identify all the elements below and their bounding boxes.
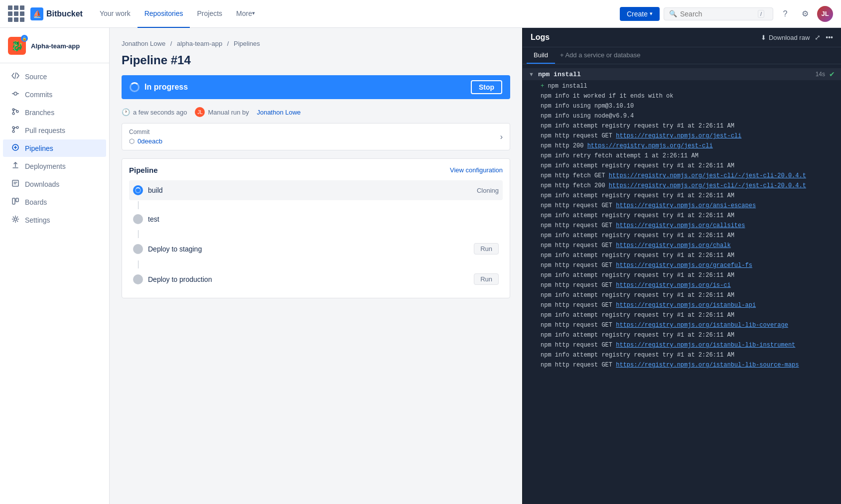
- commit-label: Commit: [129, 128, 162, 135]
- log-line: npm http request GET https://registry.np…: [523, 360, 841, 370]
- create-button[interactable]: Create: [620, 7, 660, 21]
- commit-box: Commit ⬡ 0deeacb ›: [122, 123, 510, 150]
- settings-button[interactable]: ⚙: [797, 6, 813, 22]
- downloads-icon: [11, 179, 20, 189]
- log-link[interactable]: https://registry.npmjs.org/graceful-fs: [616, 262, 752, 269]
- status-banner-left: In progress: [130, 82, 188, 92]
- sidebar-item-label-branches: Branches: [25, 109, 54, 117]
- breadcrumb-user[interactable]: Jonathon Lowe: [122, 40, 165, 47]
- logs-tab-build[interactable]: Build: [527, 47, 555, 64]
- log-line: npm http fetch 200 https://registry.npmj…: [523, 181, 841, 191]
- meta-run-by: JL Manual run by Jonathon Lowe: [195, 107, 300, 117]
- logs-download-button[interactable]: ⬇ Download raw: [761, 34, 810, 41]
- stop-button[interactable]: Stop: [471, 80, 502, 94]
- boards-icon: [11, 197, 20, 207]
- log-link[interactable]: https://registry.npmjs.org/ansi-escapes: [616, 202, 756, 209]
- user-avatar[interactable]: JL: [817, 6, 833, 22]
- pipeline-step-icon-test: [133, 214, 143, 224]
- sidebar-item-settings[interactable]: Settings: [3, 211, 106, 229]
- log-line: npm info it worked if it ends with ok: [523, 91, 841, 101]
- search-shortcut: /: [758, 10, 764, 18]
- log-line: npm http request GET https://registry.np…: [523, 320, 841, 330]
- pipeline-step-run-button-staging[interactable]: Run: [474, 243, 499, 254]
- pipeline-step-name-staging: Deploy to staging: [148, 245, 469, 253]
- pipeline-step-name-build: build: [148, 186, 472, 194]
- log-line: npm info attempt registry request try #1…: [523, 191, 841, 201]
- logs-tabs: Build + Add a service or database: [523, 47, 841, 64]
- sidebar-item-pipelines[interactable]: Pipelines: [3, 139, 106, 157]
- repositories-link[interactable]: Repositories: [138, 0, 190, 28]
- commit-hash-link[interactable]: 0deeacb: [138, 137, 162, 145]
- log-link[interactable]: https://registry.npmjs.org/istanbul-lib-…: [616, 322, 788, 329]
- page-title: Pipeline #14: [122, 53, 510, 67]
- log-line: npm info attempt registry request try #1…: [523, 211, 841, 221]
- log-section-name: npm install: [538, 71, 816, 78]
- log-link[interactable]: https://registry.npmjs.org/jest-cli/-/je…: [609, 172, 806, 179]
- topnav-links: Your work Repositories Projects More: [93, 0, 612, 28]
- settings-icon: [11, 215, 20, 225]
- bitbucket-logo-icon: ⛵: [30, 7, 43, 20]
- view-config-link[interactable]: View configuration: [450, 166, 503, 174]
- commit-info: Commit ⬡ 0deeacb: [129, 128, 162, 145]
- sidebar-item-label-settings: Settings: [25, 216, 50, 224]
- log-line: npm http 200 https://registry.npmjs.org/…: [523, 141, 841, 151]
- pipeline-section: Pipeline View configuration buildCloning…: [122, 158, 510, 298]
- pipeline-step-icon-build: [133, 185, 143, 195]
- log-link[interactable]: https://registry.npmjs.org/istanbul-lib-…: [616, 342, 795, 349]
- pipeline-step-staging: Deploy to stagingRun: [129, 238, 503, 259]
- log-line: npm info using node@v6.9.4: [523, 111, 841, 121]
- log-section-header[interactable]: ▼ npm install 14s ✔: [523, 68, 841, 80]
- log-line: npm info attempt registry request try #1…: [523, 290, 841, 300]
- log-link[interactable]: https://registry.npmjs.org/jest-cli: [616, 132, 741, 139]
- pipeline-steps: buildCloningtestDeploy to stagingRunDepl…: [129, 180, 503, 290]
- pipeline-step-icon-production: [133, 274, 143, 284]
- log-line: npm info attempt registry request try #1…: [523, 330, 841, 340]
- projects-link[interactable]: Projects: [190, 0, 229, 28]
- pipeline-step-build: buildCloning: [129, 180, 503, 200]
- logs-add-service[interactable]: + Add a service or database: [555, 47, 646, 64]
- sidebar-item-boards[interactable]: Boards: [3, 193, 106, 211]
- your-work-link[interactable]: Your work: [93, 0, 138, 28]
- run-by-avatar: JL: [195, 107, 205, 117]
- help-button[interactable]: ?: [777, 6, 793, 22]
- log-link[interactable]: https://registry.npmjs.org/istanbul-lib-…: [616, 362, 799, 369]
- sidebar-item-commits[interactable]: Commits: [3, 86, 106, 103]
- topnav-right-actions: 🔍 / ? ⚙ JL: [664, 6, 833, 22]
- sidebar-item-source[interactable]: Source: [3, 68, 106, 85]
- log-link[interactable]: https://registry.npmjs.org/istanbul-api: [616, 302, 756, 309]
- search-icon: 🔍: [669, 10, 677, 17]
- repo-header: 🐉 🔒 Alpha-team-app: [0, 32, 109, 63]
- meta-info: 🕐 a few seconds ago JL Manual run by Jon…: [122, 107, 510, 117]
- more-menu[interactable]: More: [229, 0, 262, 28]
- pipeline-step-connector: [138, 201, 139, 209]
- breadcrumb-repo[interactable]: alpha-team-app: [177, 40, 222, 47]
- log-line: npm http request GET https://registry.np…: [523, 260, 841, 270]
- svg-point-4: [12, 113, 14, 115]
- log-line: npm info attempt registry request try #1…: [523, 270, 841, 280]
- search-input[interactable]: [680, 10, 755, 18]
- sidebar-item-downloads[interactable]: Downloads: [3, 175, 106, 193]
- app-grid-icon[interactable]: [8, 5, 24, 22]
- logs-expand-button[interactable]: ⤢: [815, 33, 821, 41]
- sidebar-item-branches[interactable]: Branches: [3, 104, 106, 121]
- log-line: npm http request GET https://registry.np…: [523, 221, 841, 231]
- log-link[interactable]: https://registry.npmjs.org/is-ci: [616, 282, 730, 289]
- run-by-name[interactable]: Jonathon Lowe: [257, 109, 300, 116]
- log-plus: +: [541, 83, 544, 90]
- sidebar-item-deployments[interactable]: Deployments: [3, 157, 106, 175]
- search-box[interactable]: 🔍 /: [664, 7, 773, 20]
- log-line: npm info attempt registry request try #1…: [523, 121, 841, 131]
- log-link[interactable]: https://registry.npmjs.org/jest-cli: [587, 142, 713, 149]
- log-link[interactable]: https://registry.npmjs.org/callsites: [616, 222, 745, 229]
- commit-arrow-icon: ›: [500, 132, 503, 141]
- log-link[interactable]: https://registry.npmjs.org/chalk: [616, 242, 730, 249]
- logs-more-button[interactable]: •••: [826, 33, 833, 41]
- log-link[interactable]: https://registry.npmjs.org/jest-cli/-/je…: [609, 182, 806, 189]
- logs-header: Logs ⬇ Download raw ⤢ •••: [523, 28, 841, 47]
- pipeline-step-status-build: Cloning: [477, 187, 499, 194]
- sidebar-item-pull-requests[interactable]: Pull requests: [3, 122, 106, 139]
- log-lines: + npm installnpm info it worked if it en…: [523, 81, 841, 370]
- pipeline-step-run-button-production[interactable]: Run: [474, 273, 499, 285]
- commit-icon: ⬡: [129, 137, 135, 145]
- app-logo[interactable]: ⛵ Bitbucket: [30, 7, 83, 20]
